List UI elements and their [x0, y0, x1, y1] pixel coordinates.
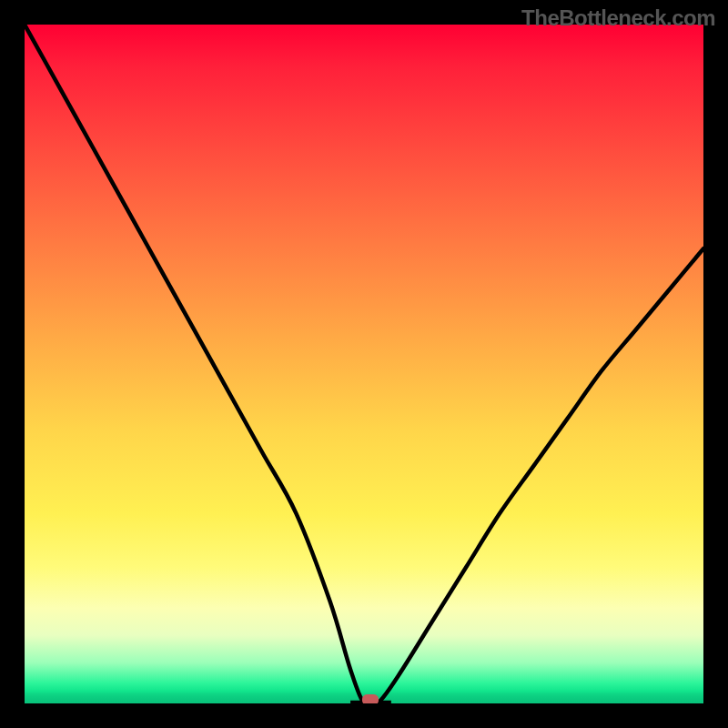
watermark-label: TheBottleneck.com [521, 5, 715, 31]
chart-frame: TheBottleneck.com [0, 0, 728, 728]
bottleneck-marker [362, 694, 379, 703]
bottleneck-curve [25, 25, 703, 703]
plot-area [25, 25, 703, 703]
